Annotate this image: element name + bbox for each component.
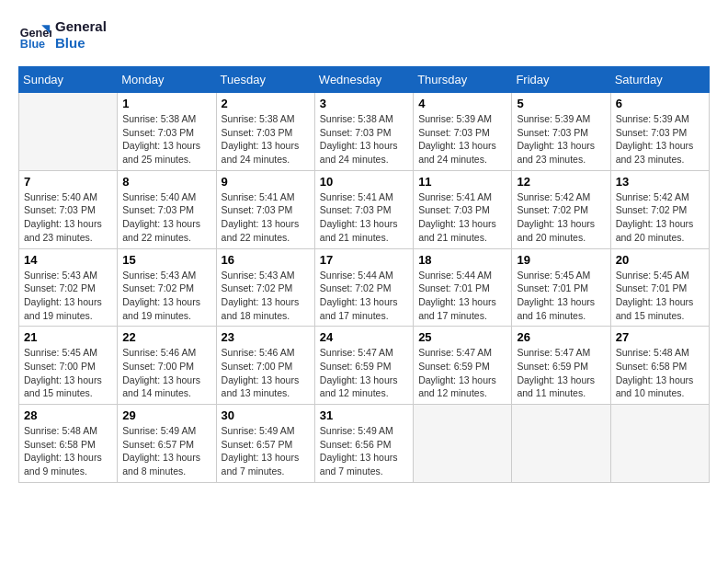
- day-number: 6: [616, 97, 704, 110]
- calendar-cell: 24 Sunrise: 5:47 AMSunset: 6:59 PMDaylig…: [314, 327, 413, 405]
- cell-info: Sunrise: 5:42 AMSunset: 7:02 PMDaylight:…: [517, 190, 605, 245]
- calendar-cell: 4 Sunrise: 5:39 AMSunset: 7:03 PMDayligh…: [414, 93, 512, 171]
- calendar-cell: [19, 93, 118, 171]
- cell-info: Sunrise: 5:42 AMSunset: 7:02 PMDaylight:…: [616, 190, 704, 245]
- cell-info: Sunrise: 5:49 AMSunset: 6:57 PMDaylight:…: [222, 424, 310, 478]
- day-number: 22: [122, 330, 210, 344]
- calendar-cell: 26 Sunrise: 5:47 AMSunset: 6:59 PMDaylig…: [512, 327, 610, 405]
- svg-text:Blue: Blue: [20, 38, 45, 51]
- day-number: 25: [418, 330, 506, 344]
- calendar-cell: 27 Sunrise: 5:48 AMSunset: 6:58 PMDaylig…: [610, 327, 709, 405]
- cell-info: Sunrise: 5:45 AMSunset: 7:00 PMDaylight:…: [24, 346, 112, 400]
- calendar-week-row: 21 Sunrise: 5:45 AMSunset: 7:00 PMDaylig…: [19, 327, 710, 405]
- day-header-monday: Monday: [118, 67, 216, 93]
- cell-info: Sunrise: 5:47 AMSunset: 6:59 PMDaylight:…: [517, 346, 605, 400]
- calendar-cell: 20 Sunrise: 5:45 AMSunset: 7:01 PMDaylig…: [610, 248, 709, 327]
- day-number: 3: [320, 97, 408, 110]
- calendar-header-row: SundayMondayTuesdayWednesdayThursdayFrid…: [19, 67, 710, 93]
- calendar-cell: 19 Sunrise: 5:45 AMSunset: 7:01 PMDaylig…: [512, 248, 610, 327]
- calendar-cell: 17 Sunrise: 5:44 AMSunset: 7:02 PMDaylig…: [314, 248, 413, 327]
- cell-info: Sunrise: 5:40 AMSunset: 7:03 PMDaylight:…: [24, 190, 112, 245]
- day-number: 30: [222, 408, 310, 422]
- day-number: 12: [517, 175, 605, 189]
- day-number: 10: [320, 175, 408, 189]
- cell-info: Sunrise: 5:41 AMSunset: 7:03 PMDaylight:…: [222, 190, 310, 245]
- day-number: 17: [320, 253, 408, 267]
- cell-info: Sunrise: 5:39 AMSunset: 7:03 PMDaylight:…: [616, 112, 704, 167]
- calendar-cell: 9 Sunrise: 5:41 AMSunset: 7:03 PMDayligh…: [216, 170, 314, 248]
- cell-info: Sunrise: 5:49 AMSunset: 6:57 PMDaylight:…: [122, 424, 210, 478]
- day-number: 4: [418, 97, 506, 110]
- day-header-sunday: Sunday: [19, 67, 118, 93]
- cell-info: Sunrise: 5:38 AMSunset: 7:03 PMDaylight:…: [222, 112, 310, 167]
- calendar-week-row: 28 Sunrise: 5:48 AMSunset: 6:58 PMDaylig…: [19, 405, 710, 483]
- calendar-cell: 3 Sunrise: 5:38 AMSunset: 7:03 PMDayligh…: [314, 93, 413, 171]
- calendar-cell: 25 Sunrise: 5:47 AMSunset: 6:59 PMDaylig…: [414, 327, 512, 405]
- cell-info: Sunrise: 5:46 AMSunset: 7:00 PMDaylight:…: [222, 346, 310, 400]
- calendar-cell: 31 Sunrise: 5:49 AMSunset: 6:56 PMDaylig…: [314, 405, 413, 483]
- day-header-tuesday: Tuesday: [216, 67, 314, 93]
- cell-info: Sunrise: 5:41 AMSunset: 7:03 PMDaylight:…: [418, 190, 506, 245]
- cell-info: Sunrise: 5:38 AMSunset: 7:03 PMDaylight:…: [122, 112, 210, 167]
- day-number: 19: [517, 253, 605, 267]
- day-number: 16: [222, 253, 310, 267]
- logo: General Blue General Blue: [18, 18, 107, 52]
- calendar-cell: 10 Sunrise: 5:41 AMSunset: 7:03 PMDaylig…: [314, 170, 413, 248]
- cell-info: Sunrise: 5:49 AMSunset: 6:56 PMDaylight:…: [320, 424, 408, 478]
- cell-info: Sunrise: 5:45 AMSunset: 7:01 PMDaylight:…: [517, 269, 605, 323]
- day-header-wednesday: Wednesday: [314, 67, 413, 93]
- calendar-cell: 2 Sunrise: 5:38 AMSunset: 7:03 PMDayligh…: [216, 93, 314, 171]
- calendar-cell: 18 Sunrise: 5:44 AMSunset: 7:01 PMDaylig…: [414, 248, 512, 327]
- calendar-cell: [414, 405, 512, 483]
- day-number: 28: [24, 408, 112, 422]
- cell-info: Sunrise: 5:43 AMSunset: 7:02 PMDaylight:…: [222, 269, 310, 323]
- cell-info: Sunrise: 5:41 AMSunset: 7:03 PMDaylight:…: [320, 190, 408, 245]
- calendar-cell: [610, 405, 709, 483]
- calendar-cell: 28 Sunrise: 5:48 AMSunset: 6:58 PMDaylig…: [19, 405, 118, 483]
- day-number: 18: [418, 253, 506, 267]
- day-number: 11: [418, 175, 506, 189]
- cell-info: Sunrise: 5:39 AMSunset: 7:03 PMDaylight:…: [517, 112, 605, 167]
- calendar-cell: 13 Sunrise: 5:42 AMSunset: 7:02 PMDaylig…: [610, 170, 709, 248]
- cell-info: Sunrise: 5:43 AMSunset: 7:02 PMDaylight:…: [122, 269, 210, 323]
- cell-info: Sunrise: 5:40 AMSunset: 7:03 PMDaylight:…: [122, 190, 210, 245]
- page-header: General Blue General Blue: [18, 18, 710, 52]
- day-number: 21: [24, 330, 112, 344]
- day-number: 5: [517, 97, 605, 110]
- logo-line1: General: [55, 18, 107, 35]
- calendar-cell: 21 Sunrise: 5:45 AMSunset: 7:00 PMDaylig…: [19, 327, 118, 405]
- day-number: 20: [616, 253, 704, 267]
- calendar-cell: 1 Sunrise: 5:38 AMSunset: 7:03 PMDayligh…: [118, 93, 216, 171]
- day-number: 1: [122, 97, 210, 110]
- calendar-week-row: 7 Sunrise: 5:40 AMSunset: 7:03 PMDayligh…: [19, 170, 710, 248]
- calendar-cell: 7 Sunrise: 5:40 AMSunset: 7:03 PMDayligh…: [19, 170, 118, 248]
- day-number: 14: [24, 253, 112, 267]
- cell-info: Sunrise: 5:48 AMSunset: 6:58 PMDaylight:…: [616, 346, 704, 400]
- cell-info: Sunrise: 5:47 AMSunset: 6:59 PMDaylight:…: [320, 346, 408, 400]
- calendar-table: SundayMondayTuesdayWednesdayThursdayFrid…: [18, 66, 710, 483]
- calendar-cell: 6 Sunrise: 5:39 AMSunset: 7:03 PMDayligh…: [610, 93, 709, 171]
- cell-info: Sunrise: 5:47 AMSunset: 6:59 PMDaylight:…: [418, 346, 506, 400]
- day-header-friday: Friday: [512, 67, 610, 93]
- cell-info: Sunrise: 5:48 AMSunset: 6:58 PMDaylight:…: [24, 424, 112, 478]
- day-header-thursday: Thursday: [414, 67, 512, 93]
- cell-info: Sunrise: 5:44 AMSunset: 7:02 PMDaylight:…: [320, 269, 408, 323]
- calendar-cell: 22 Sunrise: 5:46 AMSunset: 7:00 PMDaylig…: [118, 327, 216, 405]
- logo-line2: Blue: [55, 35, 107, 52]
- cell-info: Sunrise: 5:38 AMSunset: 7:03 PMDaylight:…: [320, 112, 408, 167]
- day-header-saturday: Saturday: [610, 67, 709, 93]
- calendar-cell: 29 Sunrise: 5:49 AMSunset: 6:57 PMDaylig…: [118, 405, 216, 483]
- calendar-cell: 30 Sunrise: 5:49 AMSunset: 6:57 PMDaylig…: [216, 405, 314, 483]
- calendar-cell: 15 Sunrise: 5:43 AMSunset: 7:02 PMDaylig…: [118, 248, 216, 327]
- day-number: 15: [122, 253, 210, 267]
- calendar-cell: 11 Sunrise: 5:41 AMSunset: 7:03 PMDaylig…: [414, 170, 512, 248]
- day-number: 2: [222, 97, 310, 110]
- day-number: 13: [616, 175, 704, 189]
- calendar-cell: 8 Sunrise: 5:40 AMSunset: 7:03 PMDayligh…: [118, 170, 216, 248]
- day-number: 24: [320, 330, 408, 344]
- cell-info: Sunrise: 5:46 AMSunset: 7:00 PMDaylight:…: [122, 346, 210, 400]
- cell-info: Sunrise: 5:44 AMSunset: 7:01 PMDaylight:…: [418, 269, 506, 323]
- day-number: 31: [320, 408, 408, 422]
- cell-info: Sunrise: 5:43 AMSunset: 7:02 PMDaylight:…: [24, 269, 112, 323]
- day-number: 26: [517, 330, 605, 344]
